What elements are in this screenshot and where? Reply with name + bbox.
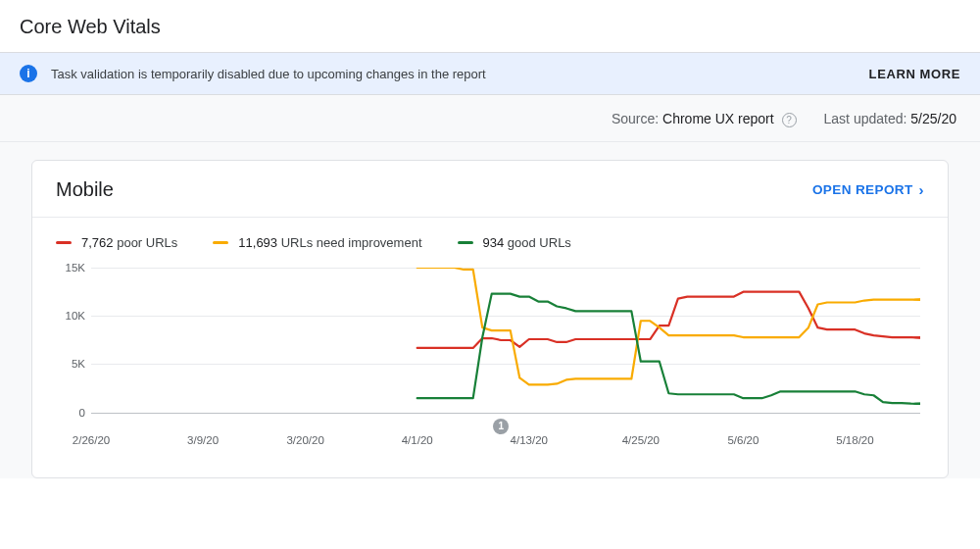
legend-needs-improvement[interactable]: 11,693 URLs need improvement <box>213 235 421 250</box>
y-axis-label: 0 <box>56 407 85 419</box>
chart-annotation-marker[interactable]: 1 <box>493 419 509 434</box>
legend-swatch-poor <box>56 241 72 245</box>
legend-swatch-needs <box>213 241 228 245</box>
chart-x-axis: 2/26/203/9/203/20/204/1/204/13/204/25/20… <box>91 434 920 466</box>
x-axis-label: 5/6/20 <box>727 434 759 446</box>
series-line-poor[interactable] <box>417 291 920 347</box>
chart-area[interactable]: 05K10K15K1 2/26/203/9/203/20/204/1/204/1… <box>32 258 948 477</box>
card-title: Mobile <box>56 178 114 201</box>
info-banner: i Task validation is temporarily disable… <box>0 53 980 95</box>
mobile-card: Mobile OPEN REPORT › 7,762 poor URLs 11,… <box>31 160 949 478</box>
updated-value: 5/25/20 <box>910 111 956 126</box>
series-line-good[interactable] <box>417 293 920 403</box>
updated-block: Last updated: 5/25/20 <box>824 111 956 126</box>
banner-message: Task validation is temporarily disabled … <box>51 67 486 81</box>
x-axis-label: 4/25/20 <box>622 434 660 446</box>
chart-legend: 7,762 poor URLs 11,693 URLs need improve… <box>32 218 948 258</box>
y-axis-label: 15K <box>56 262 85 274</box>
chart-plot[interactable]: 05K10K15K1 <box>91 268 920 413</box>
info-icon: i <box>20 65 37 82</box>
legend-swatch-good <box>458 241 473 245</box>
source-block: Source: Chrome UX report ? <box>612 111 797 127</box>
x-axis-label: 4/13/20 <box>511 434 548 446</box>
chevron-right-icon: › <box>919 182 924 197</box>
x-axis-label: 4/1/20 <box>402 434 433 446</box>
gridline <box>91 413 920 414</box>
x-axis-label: 3/9/20 <box>187 434 219 446</box>
x-axis-label: 2/26/20 <box>73 434 110 446</box>
x-axis-label: 5/18/20 <box>836 434 873 446</box>
page-title: Core Web Vitals <box>0 0 980 53</box>
updated-label: Last updated: <box>824 111 907 126</box>
x-axis-label: 3/20/20 <box>286 434 323 446</box>
legend-poor[interactable]: 7,762 poor URLs <box>56 235 177 250</box>
meta-row: Source: Chrome UX report ? Last updated:… <box>0 95 980 142</box>
source-label: Source: <box>612 111 659 126</box>
open-report-label: OPEN REPORT <box>812 182 913 197</box>
legend-good[interactable]: 934 good URLs <box>458 235 571 250</box>
learn-more-button[interactable]: LEARN MORE <box>869 67 960 81</box>
y-axis-label: 5K <box>56 358 85 370</box>
open-report-button[interactable]: OPEN REPORT › <box>812 182 924 197</box>
source-value: Chrome UX report <box>662 111 774 126</box>
y-axis-label: 10K <box>56 310 85 322</box>
help-icon[interactable]: ? <box>782 113 797 127</box>
